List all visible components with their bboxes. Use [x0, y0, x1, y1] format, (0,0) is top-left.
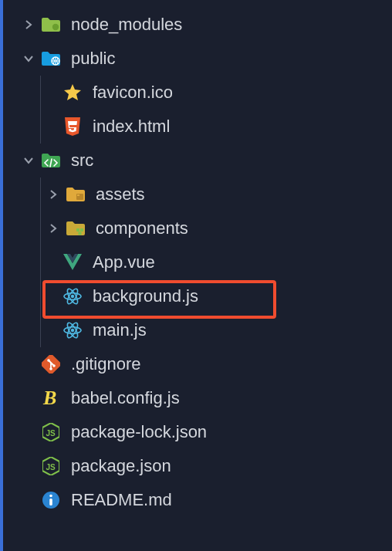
- indent-guide: [40, 177, 41, 211]
- svg-rect-5: [80, 228, 83, 232]
- tree-item-label: index.html: [93, 117, 170, 137]
- svg-point-0: [52, 24, 59, 30]
- svg-point-10: [71, 295, 74, 298]
- tree-item-label: background.js: [93, 286, 198, 306]
- tree-item-label: assets: [96, 184, 145, 205]
- tree-item-label: favicon.ico: [93, 83, 173, 103]
- tree-item-label: public: [71, 49, 115, 69]
- indent-guide: [40, 211, 41, 245]
- svg-point-23: [49, 495, 52, 498]
- chevron-right-icon: [22, 20, 35, 29]
- html5-icon: [62, 116, 83, 137]
- indent-guide: [40, 279, 41, 313]
- svg-rect-3: [77, 194, 79, 196]
- tree-item-label: .gitignore: [71, 354, 141, 374]
- indent-guide: [40, 313, 41, 347]
- tree-item-label: README.md: [71, 490, 172, 510]
- indent-guide: [40, 110, 41, 144]
- folder-components-icon: [65, 218, 86, 239]
- tree-item-label: package-lock.json: [71, 422, 207, 442]
- svg-point-14: [71, 329, 74, 332]
- tree-item-main-js[interactable]: main.js: [3, 313, 392, 347]
- tree-item-label: main.js: [93, 320, 147, 340]
- chevron-right-icon: [46, 190, 60, 199]
- nodejs-icon: JS: [40, 455, 62, 477]
- info-icon: [40, 489, 62, 511]
- tree-item-label: package.json: [71, 456, 171, 476]
- svg-text:B: B: [42, 388, 56, 408]
- tree-item-components[interactable]: components: [3, 211, 392, 245]
- svg-point-17: [52, 364, 56, 367]
- tree-item-readme[interactable]: README.md: [3, 483, 392, 517]
- tree-item-package-json[interactable]: JS package.json: [3, 449, 392, 483]
- file-tree: node_modules public favicon.ico index.ht…: [3, 8, 392, 517]
- tree-item-label: components: [96, 218, 188, 238]
- vue-icon: [62, 252, 83, 273]
- tree-item-label: App.vue: [93, 252, 155, 272]
- star-icon: [62, 82, 83, 103]
- tree-item-index-html[interactable]: index.html: [3, 110, 392, 144]
- react-icon: [62, 286, 83, 307]
- tree-item-label: src: [71, 150, 93, 171]
- svg-rect-4: [76, 228, 79, 232]
- tree-item-node-modules[interactable]: node_modules: [3, 8, 392, 42]
- tree-item-favicon[interactable]: favicon.ico: [3, 76, 392, 110]
- chevron-down-icon: [22, 156, 35, 165]
- tree-item-gitignore[interactable]: .gitignore: [3, 347, 392, 381]
- tree-item-app-vue[interactable]: App.vue: [3, 245, 392, 279]
- svg-point-18: [49, 367, 52, 370]
- nodejs-icon: JS: [40, 421, 62, 443]
- indent-guide: [40, 76, 41, 110]
- svg-text:JS: JS: [46, 463, 56, 472]
- svg-rect-24: [49, 499, 52, 505]
- tree-item-assets[interactable]: assets: [3, 177, 392, 211]
- react-icon: [62, 319, 83, 341]
- svg-point-16: [47, 359, 50, 362]
- folder-assets-icon: [65, 184, 86, 205]
- tree-item-src[interactable]: src: [3, 144, 392, 177]
- folder-public-icon: [40, 48, 62, 69]
- indent-guide: [40, 245, 41, 279]
- chevron-down-icon: [22, 54, 35, 63]
- tree-item-label: babel.config.js: [71, 388, 180, 408]
- tree-item-label: node_modules: [71, 15, 182, 35]
- tree-item-package-lock[interactable]: JS package-lock.json: [3, 415, 392, 449]
- git-icon: [40, 353, 62, 375]
- folder-src-icon: [40, 150, 62, 171]
- babel-icon: B: [40, 387, 62, 409]
- tree-item-public[interactable]: public: [3, 42, 392, 76]
- tree-item-background-js[interactable]: background.js: [3, 279, 392, 313]
- tree-item-babel-config[interactable]: B babel.config.js: [3, 381, 392, 415]
- chevron-right-icon: [46, 224, 60, 233]
- svg-rect-6: [79, 232, 82, 235]
- folder-icon: [40, 14, 62, 35]
- svg-text:JS: JS: [46, 429, 56, 438]
